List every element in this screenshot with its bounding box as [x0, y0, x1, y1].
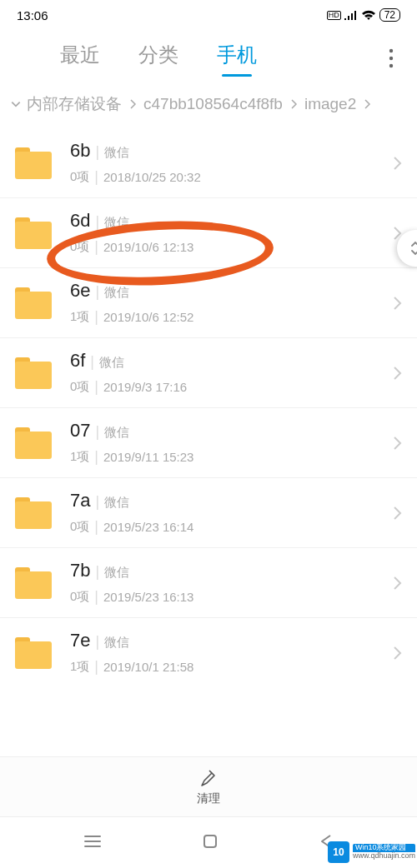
status-bar: 13:06 HD 72 — [0, 0, 417, 30]
breadcrumb-seg-2[interactable]: image2 — [304, 95, 356, 113]
watermark-url: www.qdhuajin.com — [353, 852, 415, 861]
status-time: 13:06 — [17, 8, 48, 22]
folder-source: 微信 — [104, 635, 129, 651]
chevron-right-icon — [392, 295, 402, 312]
folder-name: 7b — [70, 560, 90, 581]
more-icon[interactable] — [389, 48, 394, 72]
folder-source: 微信 — [104, 215, 129, 231]
list-item[interactable]: 6d|微信 0项|2019/10/6 12:13 — [0, 198, 417, 268]
list-item[interactable]: 7a|微信 0项|2019/5/23 16:14 — [0, 478, 417, 548]
folder-name: 6e — [70, 280, 90, 302]
chevron-right-icon — [392, 575, 402, 591]
folder-icon — [15, 637, 52, 669]
fade-overlay — [0, 740, 417, 756]
chevron-right-icon — [361, 98, 373, 110]
folder-icon — [15, 497, 52, 529]
broom-icon[interactable] — [198, 768, 219, 790]
tab-bar: 最近 分类 手机 — [0, 30, 417, 83]
tab-phone[interactable]: 手机 — [217, 42, 257, 68]
tab-category[interactable]: 分类 — [138, 42, 178, 68]
svg-rect-3 — [204, 836, 216, 847]
status-right: HD 72 — [327, 8, 400, 22]
folder-count: 0项 — [70, 239, 89, 255]
folder-icon — [15, 217, 52, 249]
folder-date: 2019/10/6 12:52 — [103, 310, 193, 324]
tab-recent[interactable]: 最近 — [60, 42, 100, 68]
chevron-down-icon — [10, 98, 22, 110]
svg-point-0 — [389, 49, 393, 52]
folder-name: 6d — [70, 210, 90, 232]
folder-date: 2019/9/11 15:23 — [103, 450, 193, 464]
folder-source: 微信 — [104, 145, 129, 161]
list-item[interactable]: 07|微信 1项|2019/9/11 15:23 — [0, 408, 417, 478]
folder-source: 微信 — [104, 425, 129, 441]
clean-button-label[interactable]: 清理 — [197, 791, 220, 806]
list-item[interactable]: 6f|微信 0项|2019/9/3 17:16 — [0, 338, 417, 408]
folder-name: 7a — [70, 490, 90, 511]
folder-date: 2019/9/3 17:16 — [103, 380, 187, 394]
hd-icon: HD — [327, 11, 341, 20]
folder-count: 1项 — [70, 309, 89, 325]
folder-name: 07 — [70, 420, 90, 441]
battery-icon: 72 — [379, 8, 400, 22]
folder-source: 微信 — [104, 285, 129, 301]
bottom-action-bar: 清理 — [0, 756, 417, 816]
folder-icon — [15, 287, 52, 319]
watermark: 10 Win10系统家园 www.qdhuajin.com — [328, 841, 415, 863]
folder-icon — [15, 427, 52, 459]
folder-name: 6f — [70, 350, 85, 372]
breadcrumb-seg-0[interactable]: 内部存储设备 — [27, 93, 122, 115]
folder-source: 微信 — [104, 495, 129, 511]
folder-name: 6b — [70, 140, 90, 162]
folder-list: 6b|微信 0项|2018/10/25 20:32 6d|微信 0项|2019/… — [0, 128, 417, 687]
folder-icon — [15, 567, 52, 599]
folder-date: 2019/5/23 16:14 — [103, 520, 193, 534]
folder-count: 0项 — [70, 379, 89, 395]
chevron-right-icon — [392, 645, 402, 661]
chevron-right-icon — [392, 365, 402, 382]
nav-recents-button[interactable] — [83, 834, 102, 852]
chevron-right-icon — [288, 98, 299, 110]
folder-date: 2018/10/25 20:32 — [103, 170, 201, 184]
folder-date: 2019/10/1 21:58 — [103, 660, 193, 674]
breadcrumb-seg-1[interactable]: c47bb108564c4f8fb — [143, 95, 283, 113]
folder-name: 7e — [70, 630, 90, 651]
chevron-right-icon — [392, 435, 402, 451]
signal-icon — [344, 10, 358, 20]
list-item[interactable]: 6e|微信 1项|2019/10/6 12:52 — [0, 268, 417, 338]
folder-icon — [15, 357, 52, 389]
folder-count: 0项 — [70, 589, 89, 605]
list-item[interactable]: 7e|微信 1项|2019/10/1 21:58 — [0, 618, 417, 687]
folder-icon — [15, 147, 52, 179]
sort-icon — [409, 239, 417, 257]
chevron-right-icon — [392, 155, 402, 172]
chevron-right-icon — [127, 98, 138, 110]
folder-count: 1项 — [70, 449, 89, 465]
svg-point-1 — [389, 57, 393, 60]
wifi-icon — [361, 9, 376, 21]
watermark-badge: 10 — [328, 841, 349, 863]
folder-count: 0项 — [70, 519, 89, 535]
svg-point-2 — [389, 64, 393, 67]
folder-date: 2019/10/6 12:13 — [103, 240, 193, 254]
folder-count: 0项 — [70, 169, 89, 185]
folder-date: 2019/5/23 16:13 — [103, 590, 193, 604]
chevron-right-icon — [392, 505, 402, 521]
list-item[interactable]: 6b|微信 0项|2018/10/25 20:32 — [0, 128, 417, 198]
folder-source: 微信 — [104, 565, 129, 581]
breadcrumb[interactable]: 内部存储设备 c47bb108564c4f8fb image2 — [0, 83, 417, 128]
nav-home-button[interactable] — [202, 833, 219, 853]
list-item[interactable]: 7b|微信 0项|2019/5/23 16:13 — [0, 548, 417, 618]
folder-count: 1项 — [70, 659, 89, 675]
folder-source: 微信 — [99, 355, 124, 371]
